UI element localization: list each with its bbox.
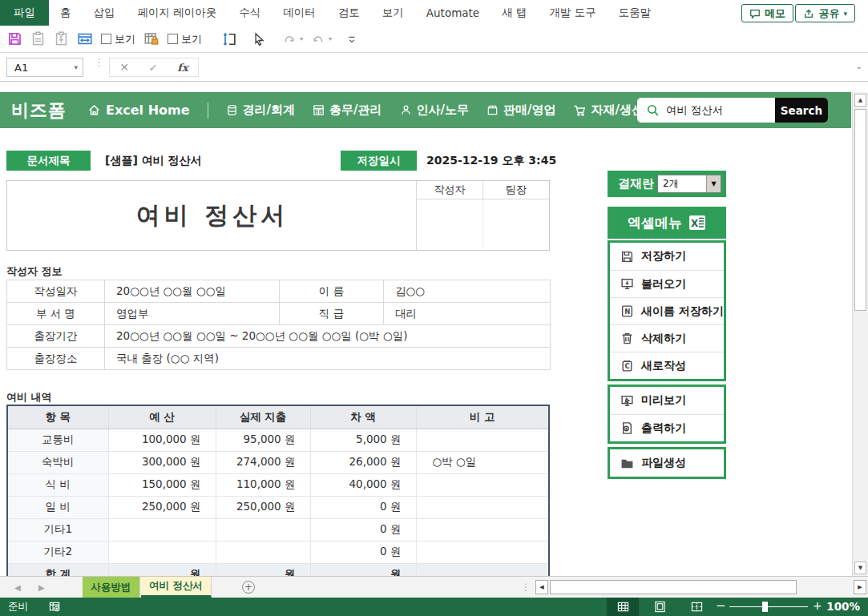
table-cell[interactable]: 숙박비 <box>8 451 108 473</box>
table-cell[interactable]: 274,000 원 <box>216 451 310 473</box>
table-cell[interactable]: 40,000 원 <box>310 473 416 496</box>
table-cell[interactable]: 일 비 <box>8 496 108 518</box>
table-cell[interactable] <box>108 541 216 563</box>
tab-page-layout[interactable]: 페이지 레이아웃 <box>127 0 228 26</box>
table-cell[interactable]: 교통비 <box>8 429 108 451</box>
table-cell[interactable]: 기타2 <box>8 541 108 563</box>
fit-column-icon[interactable] <box>77 31 93 46</box>
table-cell[interactable]: 식 비 <box>8 473 108 496</box>
formula-bar-expand-icon[interactable]: ⌄ <box>856 62 862 70</box>
scroll-left-icon[interactable]: ◀ <box>535 580 548 594</box>
table-cell[interactable]: 5,000 원 <box>310 429 416 451</box>
add-sheet-icon[interactable]: + <box>242 581 255 594</box>
table-cell[interactable] <box>108 518 216 541</box>
zoom-level[interactable]: 100% <box>826 600 860 613</box>
redo-button[interactable]: ▾ <box>282 33 303 46</box>
nav-category-admin[interactable]: 총무/관리 <box>313 103 382 118</box>
sheet-tab-usage[interactable]: 사용방법 <box>83 577 140 598</box>
tab-file[interactable]: 파일 <box>0 0 49 26</box>
table-cell[interactable]: 0 원 <box>310 496 416 518</box>
table-cell[interactable]: 기타1 <box>8 518 108 541</box>
menu-item-new[interactable]: C 새로작성 <box>610 352 724 379</box>
table-cell[interactable]: 김○○ <box>384 280 551 303</box>
row-height-icon[interactable] <box>221 31 237 47</box>
table-cell[interactable]: 250,000 원 <box>108 496 216 518</box>
share-button[interactable]: 공유 ▾ <box>795 4 855 22</box>
table-cell[interactable]: 110,000 원 <box>216 473 310 496</box>
table-cell[interactable]: 0 원 <box>310 541 416 563</box>
menu-item-preview[interactable]: 미리보기 <box>610 387 724 414</box>
zoom-in-icon[interactable]: + <box>813 599 822 612</box>
table-cell[interactable]: 20○○년 ○○월 ○○일 <box>105 280 280 303</box>
memo-button[interactable]: 메모 <box>741 4 793 22</box>
table-cell[interactable]: 대리 <box>384 303 551 325</box>
tab-formulas[interactable]: 수식 <box>228 0 272 26</box>
sheet-nav-next-icon[interactable]: ▶ <box>38 577 45 598</box>
menu-item-create-file[interactable]: 파일생성 <box>610 449 724 477</box>
insert-function-icon[interactable]: fx <box>177 62 188 74</box>
table-cell[interactable] <box>216 541 310 563</box>
table-cell[interactable] <box>416 518 548 541</box>
table-cell[interactable] <box>416 541 548 563</box>
formula-input[interactable] <box>203 57 849 78</box>
menu-item-load[interactable]: 불러오기 <box>610 270 724 297</box>
nav-category-production[interactable]: 자재/생산 <box>573 103 643 118</box>
tab-automate[interactable]: Automate <box>415 0 491 26</box>
table-cell[interactable]: 국내 출장 (○○ 지역) <box>105 348 551 370</box>
table-cell[interactable]: 0 원 <box>310 518 416 541</box>
protect-sheet-icon[interactable] <box>143 31 159 46</box>
table-cell[interactable]: 20○○년 ○○월 ○○일 ~ 20○○년 ○○월 ○○일 (○박 ○일) <box>105 325 551 348</box>
tab-view[interactable]: 보기 <box>371 0 415 26</box>
bizforms-logo[interactable]: 비즈폼 <box>11 99 67 123</box>
tab-review[interactable]: 검토 <box>327 0 371 26</box>
table-cell[interactable]: 영업부 <box>105 303 280 325</box>
table-cell[interactable] <box>416 473 548 496</box>
table-cell[interactable] <box>416 496 548 518</box>
tab-help[interactable]: 도움말 <box>608 0 663 26</box>
scrollbar-splitter[interactable]: ⋮ <box>521 582 531 593</box>
sign-cell-writer[interactable] <box>417 199 483 250</box>
table-cell[interactable]: 100,000 원 <box>108 429 216 451</box>
zoom-slider-track[interactable] <box>729 606 808 607</box>
scroll-up-icon[interactable]: ▲ <box>854 94 866 107</box>
enter-icon[interactable]: ✓ <box>149 62 158 74</box>
horizontal-scrollbar-thumb[interactable] <box>550 580 797 594</box>
nav-category-accounting[interactable]: 경리/회계 <box>226 103 295 118</box>
cursor-icon[interactable] <box>252 32 266 46</box>
vertical-scrollbar-thumb[interactable] <box>854 109 866 311</box>
tab-developer[interactable]: 개발 도구 <box>538 0 607 26</box>
sheet-tab-expense-report[interactable]: 여비 정산서 <box>141 577 212 598</box>
view-toggle-1[interactable]: 보기 <box>101 32 135 46</box>
scroll-down-icon[interactable]: ▼ <box>854 562 866 574</box>
zoom-slider-thumb[interactable] <box>762 602 768 612</box>
vertical-scrollbar[interactable]: ▲ ▼ <box>852 92 868 576</box>
tab-home[interactable]: 홈 <box>49 0 83 26</box>
search-input[interactable] <box>660 104 775 116</box>
approval-count-dropdown[interactable]: 2개 ▼ <box>657 175 721 193</box>
name-box[interactable]: A1 ▾ <box>6 58 83 77</box>
macro-record-icon[interactable] <box>49 601 61 613</box>
worksheet[interactable]: 문서제목 [샘플] 여비 정산서 저장일시 2025-12-19 오후 3:45… <box>0 128 851 576</box>
table-cell[interactable] <box>416 429 548 451</box>
view-toggle-2[interactable]: 보기 <box>168 32 202 46</box>
normal-view-button[interactable] <box>607 598 639 616</box>
menu-item-save-as[interactable]: N 새이름 저장하기 <box>610 297 724 324</box>
table-cell[interactable]: 원 <box>216 563 310 576</box>
page-break-view-button[interactable] <box>680 598 713 616</box>
table-cell[interactable]: 95,000 원 <box>216 429 310 451</box>
table-cell[interactable]: 원 <box>310 563 416 576</box>
checkbox-icon[interactable] <box>101 34 111 44</box>
table-cell[interactable]: 300,000 원 <box>108 451 216 473</box>
tab-new-tab[interactable]: 새 탭 <box>491 0 538 26</box>
zoom-out-icon[interactable]: − <box>716 598 726 613</box>
cancel-icon[interactable]: ✕ <box>119 61 129 74</box>
table-cell[interactable]: 26,000 원 <box>310 451 416 473</box>
undo-button[interactable]: ▾ <box>311 33 332 46</box>
table-cell[interactable] <box>216 518 310 541</box>
page-layout-view-button[interactable] <box>644 598 676 616</box>
menu-item-delete[interactable]: 삭제하기 <box>610 324 724 352</box>
table-cell[interactable]: ○박 ○일 <box>416 451 548 473</box>
sheet-nav-prev-icon[interactable]: ◀ <box>14 577 21 598</box>
table-cell[interactable]: 250,000 원 <box>216 496 310 518</box>
table-cell[interactable] <box>416 563 548 576</box>
